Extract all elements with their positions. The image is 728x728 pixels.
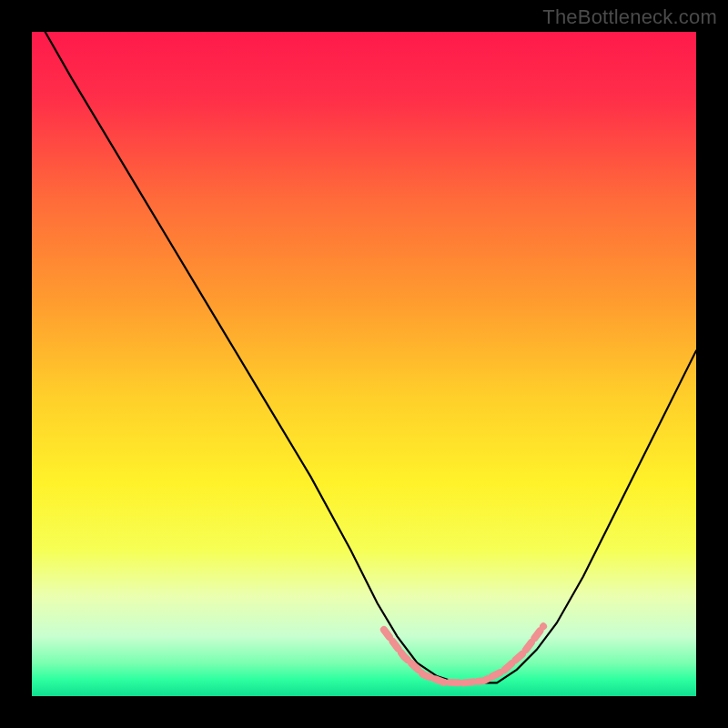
highlight-segment <box>384 626 543 682</box>
curve-layer <box>32 32 696 696</box>
chart-frame: TheBottleneck.com <box>0 0 728 728</box>
plot-area <box>32 32 696 696</box>
watermark-text: TheBottleneck.com <box>542 5 717 29</box>
main-curve <box>46 32 696 682</box>
